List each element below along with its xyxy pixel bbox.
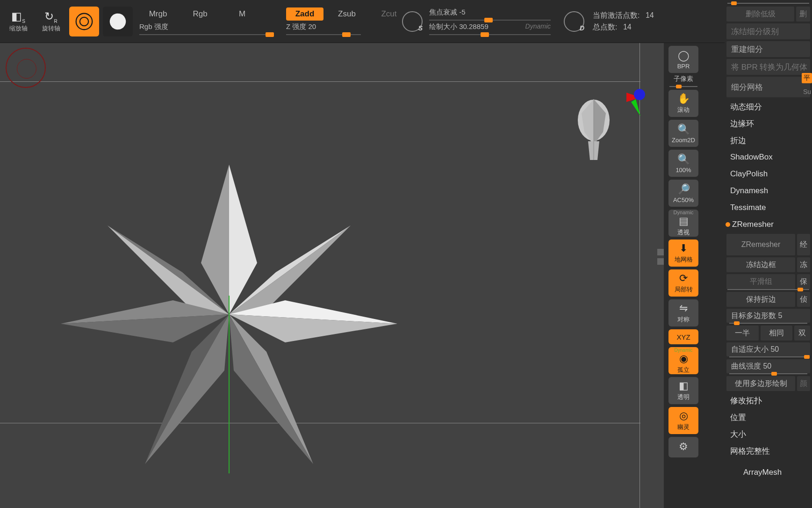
active-points-label: 当前激活点数: [593, 11, 640, 21]
size-header[interactable]: 大小 [725, 426, 812, 443]
zoom-icon: 🔎 [677, 183, 690, 196]
top-slider[interactable] [727, 3, 809, 4]
scroll-button[interactable]: ✋ 滚动 [668, 90, 698, 117]
zremesher-button[interactable]: ZRemesher [726, 234, 795, 255]
focal-shift-label: 焦点衰减 -5 [429, 8, 560, 17]
same-button[interactable]: 相同 [761, 326, 793, 341]
scroll-notch-icon[interactable] [657, 258, 664, 265]
reconstruct-subdiv-button[interactable]: 重建细分 [726, 41, 810, 57]
rgb-button[interactable]: Rgb [181, 7, 219, 21]
local-rotate-button[interactable]: ⟳ 局部转 [668, 269, 698, 297]
solo-icon: ◉ [679, 353, 688, 365]
star-mesh [51, 155, 407, 473]
double-button[interactable]: 双 [794, 326, 810, 341]
curve-slider[interactable]: 曲线强度 50 [726, 359, 810, 374]
subpixel-label[interactable]: 子像素 [674, 75, 693, 83]
hand-icon: ✋ [677, 93, 690, 105]
flat-tag[interactable]: 平 [802, 73, 812, 83]
zremesher-section-header[interactable]: ZRemesher [725, 216, 812, 233]
target-poly-slider[interactable]: 目标多边形数 5 [726, 309, 810, 324]
svg-point-1 [80, 17, 88, 25]
viewport[interactable] [0, 43, 664, 508]
zoom2d-button[interactable]: 🔍 Zoom2D [668, 120, 698, 147]
focal-shift-slider[interactable]: 焦点衰减 -5 [429, 8, 560, 21]
dynamesh-header[interactable]: Dynamesh [725, 182, 812, 199]
brush-cursor-icon [6, 48, 46, 88]
subpixel-slider[interactable] [669, 86, 697, 87]
right-tool-strip: ◯ BPR 子像素 ✋ 滚动 🔍 Zoom2D 🔍 100% 🔎 AC50% D… [664, 43, 703, 508]
delete-button[interactable]: 删 [796, 7, 810, 22]
symmetry-icon: ⇋ [679, 302, 688, 314]
mrgb-button[interactable]: Mrgb [139, 7, 177, 21]
draw-size-label: 绘制大小 30.28859 [429, 22, 489, 31]
zadd-button[interactable]: Zadd [286, 7, 323, 21]
extra-button[interactable]: ⚙ [668, 437, 698, 457]
rotate-icon: ↻R [44, 10, 57, 24]
modify-topo-header[interactable]: 修改拓扑 [725, 392, 812, 409]
freeze-subdiv-button[interactable]: 冻结细分级别 [726, 23, 810, 39]
focal-shift-d-icon[interactable]: D [564, 11, 584, 32]
point-count-block: 当前激活点数: 14 总点数: 14 [593, 11, 654, 32]
half-button[interactable]: 一半 [726, 326, 759, 341]
geometry-panel: 删除低级 删 冻结细分级别 重建细分 将 BPR 转换为几何体 细分网格 平 S… [725, 0, 812, 508]
arraymesh-header[interactable]: ArrayMesh [725, 464, 812, 481]
smooth-groups-button[interactable]: 平滑组 [726, 274, 795, 289]
transparency-button[interactable]: ◧ 透明 [668, 377, 698, 404]
sphere-icon: ◯ [678, 50, 690, 62]
shadowbox-header[interactable]: ShadowBox [725, 149, 812, 166]
scale-axis-button[interactable]: ◧S 缩放轴 [4, 5, 33, 38]
material-sphere-a-button[interactable] [69, 7, 99, 36]
svg-point-0 [76, 13, 93, 29]
zoom-icon: 🔍 [677, 153, 690, 166]
tessimate-header[interactable]: Tessimate [725, 199, 812, 216]
freeze-suffix-button[interactable]: 冻 [797, 257, 810, 272]
keep-crease-suffix-button[interactable]: 侦 [797, 292, 810, 307]
head-reference-icon[interactable] [570, 94, 617, 169]
scale-axis-label: 缩放轴 [9, 24, 28, 33]
zsub-button[interactable]: Zsub [328, 7, 366, 21]
dot-icon [726, 222, 730, 227]
bpr-to-geo-button[interactable]: 将 BPR 转换为几何体 [726, 59, 810, 75]
xyz-button[interactable]: XYZ [668, 329, 698, 344]
keep-crease-button[interactable]: 保持折边 [726, 292, 795, 307]
adaptive-slider[interactable]: 自适应大小 50 [726, 342, 810, 357]
svg-point-19 [634, 89, 645, 100]
delete-lower-button[interactable]: 删除低级 [726, 7, 794, 22]
z-intensity-slider[interactable]: Z 强度 20 [286, 22, 389, 35]
symmetry-button[interactable]: ⇋ 对称 [668, 299, 698, 327]
svg-marker-3 [201, 165, 229, 314]
material-sphere-b-button[interactable] [103, 7, 133, 36]
dynamic-subdiv-header[interactable]: 动态细分 [725, 98, 812, 115]
solo-button[interactable]: Dynamic ◉ 孤立 [668, 347, 698, 374]
use-polypaint-button[interactable]: 使用多边形绘制 [726, 376, 795, 391]
draw-size-slider[interactable]: 绘制大小 30.28859 Dynamic [429, 22, 560, 35]
use-suffix-button[interactable]: 颜 [797, 376, 810, 391]
zremesher-suffix-button[interactable]: 经 [797, 234, 810, 255]
floor-grid-button[interactable]: ⬇ 地网格 [668, 239, 698, 267]
subdiv-mesh-button[interactable]: 细分网格 [726, 77, 810, 97]
zoom100-button[interactable]: 🔍 100% [668, 150, 698, 177]
zoom-icon: 🔍 [677, 123, 690, 136]
smooth-suffix-button[interactable]: 保 [797, 274, 810, 289]
edgeloop-header[interactable]: 边缘环 [725, 115, 812, 132]
scale-icon: ◧S [11, 10, 25, 24]
grid-icon: ▤ [679, 215, 689, 227]
focal-shift-s-icon[interactable]: S [402, 11, 423, 32]
ac50-button[interactable]: 🔎 AC50% [668, 180, 698, 207]
gear-icon: ⚙ [679, 441, 688, 453]
scroll-notch-icon[interactable] [657, 249, 664, 255]
m-button[interactable]: M [223, 7, 261, 21]
freeze-border-button[interactable]: 冻结边框 [726, 257, 795, 272]
perspective-button[interactable]: Dynamic ▤ 透视 [668, 210, 698, 237]
dynamic-tag: Dynamic [525, 22, 551, 31]
mesh-integrity-header[interactable]: 网格完整性 [725, 443, 812, 459]
rgb-intensity-slider[interactable]: Rgb 强度 [139, 22, 280, 35]
rotate-axis-button[interactable]: ↻R 旋转轴 [36, 5, 65, 38]
ghost-button[interactable]: ◎ 幽灵 [668, 407, 698, 434]
floor-icon: ⬇ [679, 242, 688, 254]
crease-header[interactable]: 折边 [725, 132, 812, 149]
bpr-button[interactable]: ◯ BPR [668, 46, 698, 73]
position-header[interactable]: 位置 [725, 409, 812, 426]
claypolish-header[interactable]: ClayPolish [725, 166, 812, 182]
z-intensity-label: Z 强度 20 [286, 22, 389, 31]
